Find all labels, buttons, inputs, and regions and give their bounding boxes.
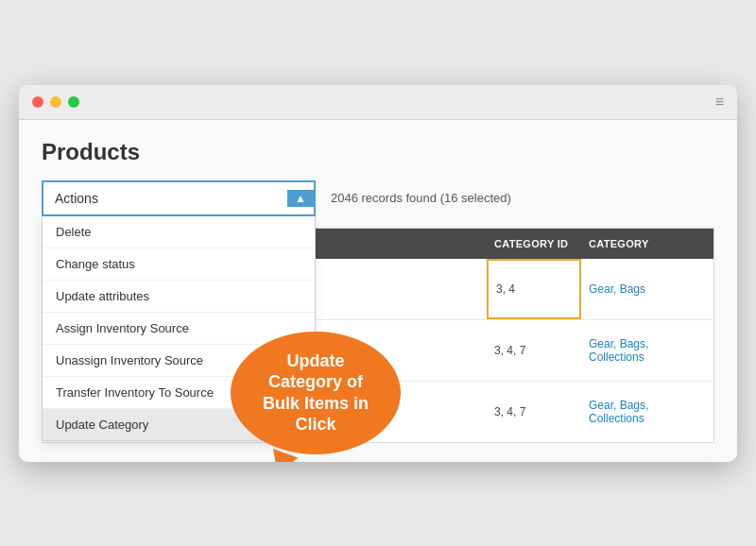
actions-dropdown[interactable]: Actions ▲ Delete Change status Update at… (42, 180, 316, 216)
page-content: Products Actions ▲ Delete Change status … (19, 120, 737, 462)
dropdown-item-update-category[interactable]: Update Category (43, 409, 315, 440)
close-dot[interactable] (32, 96, 43, 108)
dropdown-item-change-status[interactable]: Change status (43, 248, 315, 281)
dropdown-arrow-icon: ▲ (287, 190, 314, 207)
row-category-1: Gear, Bags (581, 259, 713, 319)
th-category: Category (581, 229, 713, 259)
maximize-dot[interactable] (68, 96, 79, 108)
records-info: 2046 records found (16 selected) (331, 191, 511, 205)
page-title: Products (42, 139, 714, 165)
th-category-id: Category ID (487, 229, 581, 259)
minimize-dot[interactable] (50, 96, 61, 108)
hamburger-icon: ≡ (715, 94, 724, 110)
row-category-2: Gear, Bags, Collections (581, 320, 713, 381)
dropdown-item-assign-inventory[interactable]: Assign Inventory Source (43, 313, 315, 345)
toolbar: Actions ▲ Delete Change status Update at… (42, 180, 714, 216)
actions-label: Actions (55, 191, 98, 206)
dropdown-item-transfer-inventory[interactable]: Transfer Inventory To Source (43, 377, 315, 409)
row-cat-id-2: 3, 4, 7 (487, 320, 581, 381)
dropdown-item-delete[interactable]: Delete (43, 216, 315, 248)
row-category-3: Gear, Bags, Collections (581, 382, 713, 442)
row-cat-id-3: 3, 4, 7 (487, 382, 581, 442)
actions-button[interactable]: Actions ▲ (42, 180, 316, 216)
dropdown-item-update-attributes[interactable]: Update attributes (43, 281, 315, 313)
title-bar: ≡ (19, 85, 737, 120)
dropdown-menu: Delete Change status Update attributes A… (42, 216, 316, 441)
app-window: ≡ Products Actions ▲ Delete Change statu… (19, 85, 737, 462)
dropdown-item-unassign-inventory[interactable]: Unassign Inventory Source (43, 345, 315, 377)
row-cat-id-1: 3, 4 (487, 259, 581, 319)
